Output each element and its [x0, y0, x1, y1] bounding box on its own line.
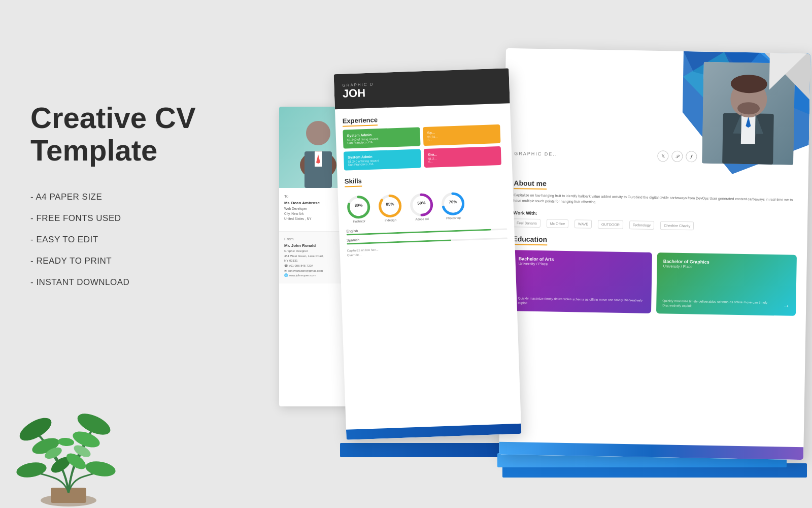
logo-4: OUTDOOR	[598, 220, 623, 229]
experience-cards: System Admin $1,240 of hiring reward San…	[343, 124, 505, 171]
skill-illustrator: 80% Illustrator	[345, 194, 373, 224]
facebook-icon: 𝒇	[686, 151, 697, 162]
footer-note: Capitalize on low han...Override...	[347, 243, 508, 258]
exp-card-3: System Admin $1,240 of hiring reward San…	[344, 149, 421, 171]
about-title: About me	[514, 179, 547, 189]
edu-graphics-arrow: →	[783, 302, 790, 310]
work-logos: Feel Banana Mc Office WAVE OUTDOOR Techn…	[513, 218, 797, 232]
exp-card-4: Gra... $1,2... S...	[424, 146, 501, 168]
card-right-job-title: Graphic De...	[514, 151, 560, 157]
svg-point-12	[57, 437, 74, 447]
svg-point-14	[306, 121, 330, 145]
education-title: Education	[513, 235, 547, 245]
bottom-bar-1	[340, 443, 518, 457]
card-curl-effect	[759, 53, 810, 105]
feature-4: - READY TO PRINT	[30, 256, 244, 266]
edu-card-arts-header: Bachelor of Arts University / Place	[519, 257, 646, 268]
feature-1: - A4 PAPER SIZE	[30, 192, 244, 202]
card-main-cv: GRAPHIC D JOH Experience System Admin $1…	[334, 68, 522, 440]
edu-card-arts: Bachelor of Arts University / Place Quic…	[512, 250, 652, 313]
card-right-cv: Graphic De... 𝕏 𝒫 𝒇 About me Capitalize …	[499, 48, 810, 460]
card-main-bottom-bar	[346, 424, 521, 440]
left-panel: Creative CV Template - A4 PAPER SIZE - F…	[30, 102, 244, 299]
work-with-section: Work With: Feel Banana Mc Office WAVE OU…	[513, 211, 797, 233]
cv-preview-area: To Mr. Dean Ambrose Web Developer City, …	[274, 30, 812, 508]
about-text: Capitalize on low hanging fruit to ident…	[514, 192, 798, 208]
edu-card-graphics: Bachelor of Graphics University / Place …	[656, 252, 797, 316]
features-list: - A4 PAPER SIZE - FREE FONTS USED - EASY…	[30, 192, 244, 288]
logo-3: WAVE	[574, 220, 592, 229]
feature-2: - FREE FONTS USED	[30, 213, 244, 224]
education-cards: Bachelor of Arts University / Place Quic…	[512, 250, 797, 316]
exp-card-1: System Admin $1,240 of hiring reward San…	[343, 128, 420, 149]
plant-decoration	[0, 371, 137, 508]
education-section: Education Bachelor of Arts University / …	[512, 234, 797, 316]
experience-section: Experience System Admin $1,240 of hiring…	[342, 111, 505, 171]
card-main-header: GRAPHIC D JOH	[334, 68, 510, 109]
edu-arts-text: Quickly maximize timely deliverables sch…	[518, 296, 645, 307]
logo-2: Mc Office	[547, 219, 569, 229]
card-right-body: About me Capitalize on low hanging fruit…	[501, 170, 808, 325]
skills-title: Skills	[345, 177, 362, 187]
feature-3: - EASY TO EDIT	[30, 235, 244, 245]
experience-title: Experience	[343, 116, 378, 126]
skill-circles: 80% Illustrator 85% Indesign	[345, 189, 507, 224]
skill-circle-indesign-svg	[377, 193, 404, 220]
card-main-body: Experience System Admin $1,240 of hiring…	[335, 103, 516, 265]
skill-circle-illustrator-svg	[345, 194, 373, 221]
edu-card-graphics-header: Bachelor of Graphics University / Place	[663, 259, 791, 271]
exp-card-2: Sp... $1,24... S...	[423, 124, 500, 146]
plant-svg	[0, 371, 137, 508]
skill-circle-adobexd-svg	[408, 192, 435, 219]
pinterest-icon: 𝒫	[671, 151, 683, 162]
about-section: About me Capitalize on low hanging fruit…	[514, 178, 798, 208]
lang-spanish: Spanish	[347, 233, 507, 245]
languages-section: English Spanish Capitalize on low han...…	[346, 224, 508, 258]
skills-section: Skills 80% Illustrator	[345, 171, 507, 224]
logo-6: Cheshire Charity	[660, 221, 694, 231]
card-main-name: JOH	[342, 86, 374, 100]
card-right-job-label: Graphic De...	[514, 151, 560, 157]
social-icons-area: 𝕏 𝒫 𝒇	[657, 150, 697, 162]
logo-5: Technology	[629, 220, 655, 230]
skill-photoshop: 70% Photoshop	[439, 190, 467, 220]
skill-adobexd: 50% Adobe Xd	[408, 192, 435, 221]
feature-5: - INSTANT DOWNLOAD	[30, 277, 244, 288]
skill-indesign: 85% Indesign	[377, 193, 404, 223]
svg-point-6	[15, 460, 48, 480]
logo-1: Feel Banana	[513, 218, 540, 228]
card-main-header-content: GRAPHIC D JOH	[342, 82, 375, 100]
edu-graphics-footer: Quickly maximize timely deliverables sch…	[662, 298, 790, 310]
main-title: Creative CV Template	[30, 102, 244, 167]
skill-circle-photoshop-svg	[439, 190, 467, 217]
twitter-icon: 𝕏	[657, 150, 668, 162]
edu-graphics-text: Quickly maximize timely deliverables sch…	[662, 298, 783, 309]
